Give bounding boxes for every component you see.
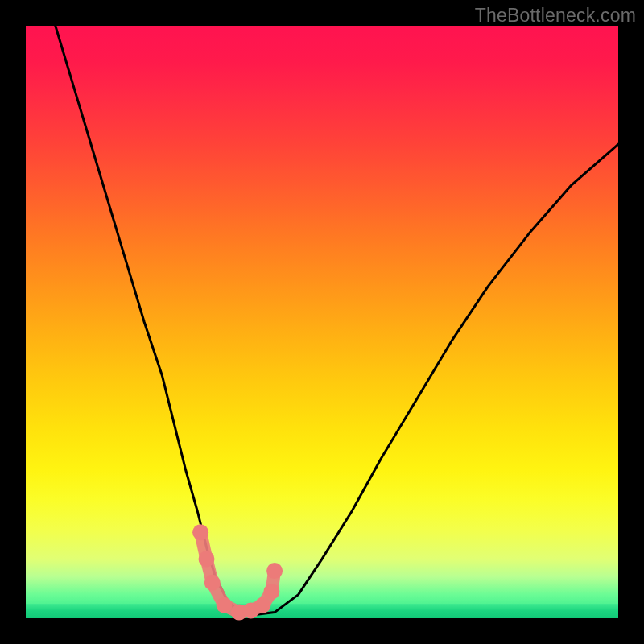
- marker-dot: [217, 597, 233, 613]
- marker-dot: [192, 524, 208, 540]
- marker-dot: [204, 575, 221, 591]
- curve-layer: [26, 26, 618, 618]
- chart-frame: TheBottleneck.com: [0, 0, 644, 644]
- bottleneck-curve: [56, 26, 618, 615]
- watermark-text: TheBottleneck.com: [475, 5, 636, 27]
- marker-dots: [192, 524, 283, 620]
- marker-dot: [266, 563, 283, 579]
- marker-dot: [199, 551, 215, 567]
- marker-dot: [263, 584, 279, 600]
- bottleneck-curve-path: [56, 26, 618, 615]
- plot-area: [26, 26, 618, 618]
- marker-dot: [254, 597, 270, 613]
